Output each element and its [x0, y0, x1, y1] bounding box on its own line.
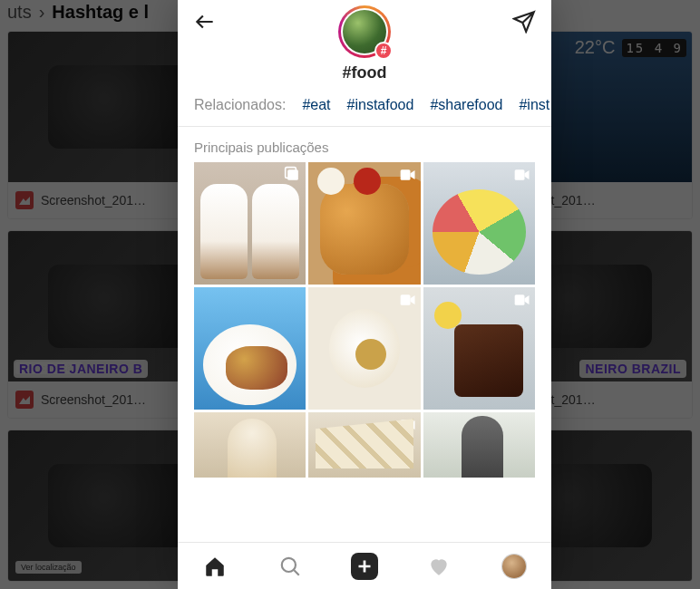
- video-icon: [513, 166, 531, 184]
- post-fitness[interactable]: [423, 412, 535, 478]
- post-dough[interactable]: [308, 287, 420, 410]
- arrow-left-icon: [193, 10, 217, 34]
- related-tag-more[interactable]: #inst: [519, 97, 549, 113]
- plus-icon: [353, 555, 376, 578]
- related-tag-sharefood[interactable]: #sharefood: [430, 97, 502, 113]
- hashtag-title: #food: [343, 63, 387, 82]
- svg-rect-2: [400, 169, 410, 180]
- related-label: Relacionados:: [194, 97, 286, 113]
- post-palette[interactable]: [423, 162, 535, 285]
- nav-search[interactable]: [277, 553, 304, 580]
- hashtag-header: # #food: [338, 5, 391, 82]
- bg-weather-temp: 22°C: [575, 37, 616, 58]
- video-icon: [399, 166, 417, 184]
- svg-rect-3: [515, 169, 525, 180]
- post-nuggets[interactable]: [308, 162, 420, 285]
- share-button[interactable]: [511, 9, 537, 34]
- post-girls[interactable]: [194, 162, 306, 285]
- post-icecream[interactable]: [194, 412, 306, 478]
- hashtag-panel: # #food Relacionados: #eat #instafood #s…: [178, 0, 551, 589]
- bg-location-chip: Ver localização: [15, 561, 82, 574]
- hash-badge-icon: #: [374, 42, 393, 60]
- breadcrumb-prev: uts: [7, 2, 32, 23]
- image-file-icon: [15, 191, 34, 209]
- related-tag-instafood[interactable]: #instafood: [347, 97, 414, 113]
- hashtag-avatar[interactable]: #: [338, 5, 391, 58]
- post-charcuterie[interactable]: [194, 287, 306, 410]
- bg-rio-overlay: RIO DE JANEIRO B: [14, 360, 148, 378]
- home-icon: [203, 555, 227, 578]
- section-title: Principais publicações: [178, 127, 551, 162]
- posts-grid: [178, 162, 551, 542]
- svg-rect-5: [515, 294, 525, 305]
- related-tag-eat[interactable]: #eat: [302, 97, 330, 113]
- breadcrumb-sep: ›: [39, 2, 45, 23]
- nav-home[interactable]: [201, 553, 228, 580]
- svg-point-7: [281, 557, 295, 571]
- bg-clock: 15 4 9: [622, 39, 686, 57]
- post-chocolate[interactable]: [423, 287, 535, 410]
- nav-profile[interactable]: [501, 553, 528, 580]
- avatar-icon: [502, 555, 526, 578]
- video-icon: [513, 291, 531, 309]
- carousel-icon: [284, 166, 302, 184]
- paper-plane-icon: [512, 10, 536, 34]
- bg-rio-overlay: NEIRO BRAZIL: [579, 360, 686, 378]
- nav-activity[interactable]: [425, 553, 452, 580]
- video-icon: [399, 291, 417, 309]
- search-icon: [278, 555, 302, 578]
- breadcrumb-current: Hashtag e l: [52, 2, 149, 23]
- related-hashtags: Relacionados: #eat #instafood #sharefood…: [178, 82, 551, 127]
- bottom-nav: [178, 542, 551, 589]
- svg-rect-6: [400, 420, 410, 430]
- image-file-icon: [15, 391, 34, 409]
- video-icon: [399, 416, 417, 434]
- post-pastry[interactable]: [308, 412, 420, 478]
- heart-icon: [427, 555, 451, 578]
- svg-rect-4: [400, 294, 410, 305]
- nav-add[interactable]: [351, 553, 378, 580]
- back-button[interactable]: [192, 9, 218, 34]
